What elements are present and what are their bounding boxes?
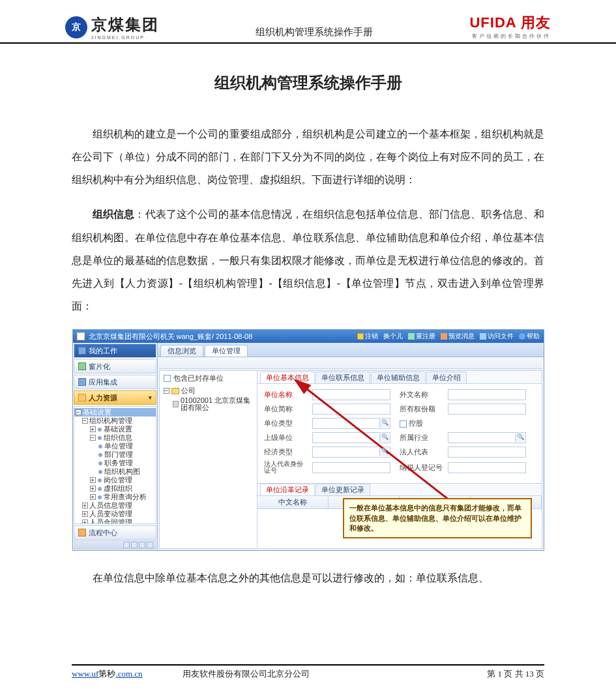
action-login[interactable]: 注销 — [357, 333, 378, 340]
strip-icon[interactable] — [131, 542, 138, 548]
minus-icon[interactable]: − — [82, 418, 88, 424]
strip-icon[interactable] — [139, 542, 145, 548]
plus-icon[interactable]: + — [90, 477, 96, 483]
nav-hr[interactable]: 人力资源▾ — [74, 390, 156, 405]
input-legal-id[interactable] — [312, 462, 390, 473]
document-title: 组织机构管理系统操作手册 — [72, 66, 544, 100]
process-icon — [78, 529, 86, 536]
footer-link-mid: 第秒 — [98, 669, 115, 679]
lbl-parent: 上级单位 — [264, 434, 303, 441]
tree-node-query[interactable]: +常用查询分析 — [74, 493, 156, 501]
tree-node-chart[interactable]: 组织机构图 — [74, 467, 156, 476]
tab-unit-mgmt[interactable]: 单位管理 — [205, 345, 248, 357]
action-refresh[interactable]: 访问文件 — [480, 333, 514, 340]
lbl-econ-type: 经济类型 — [264, 448, 303, 456]
ftab-contact[interactable]: 单位联系信息 — [315, 372, 370, 383]
input-tax-id[interactable] — [448, 462, 526, 473]
th-cn-name: 中文名称 — [257, 496, 329, 508]
subtab-history[interactable]: 单位沿革记录 — [260, 484, 315, 495]
footer-link-right[interactable]: .com.cn — [115, 669, 142, 679]
lbl-unit-name: 单位名称 — [264, 391, 303, 398]
lbl-tax-id: 纳税人登记号 — [400, 464, 439, 471]
lookup-parent[interactable] — [312, 432, 390, 443]
tree-node-pinfo[interactable]: +人员信息管理 — [74, 501, 156, 510]
subtab-update[interactable]: 单位更新记录 — [315, 484, 370, 495]
nav-window[interactable]: 窗片化 — [74, 359, 156, 374]
footer-link-left[interactable]: www.uf — [72, 669, 98, 679]
input-unit-name[interactable] — [312, 389, 390, 400]
lookup-unit-type[interactable] — [312, 418, 390, 429]
strip-icon[interactable] — [147, 542, 153, 548]
nav-tree[interactable]: −基础设置 −组织机构管理 +基础设置 −组织信息 单位管理 部门管理 职务管理… — [74, 406, 156, 524]
tab-info-browse[interactable]: 信息浏览 — [160, 345, 203, 357]
tree-node-org-mgmt[interactable]: −组织机构管理 — [74, 417, 156, 425]
action-help[interactable]: 帮助 — [519, 333, 540, 340]
help-icon — [519, 333, 525, 340]
input-short-name[interactable] — [312, 403, 390, 415]
ftab-basic[interactable]: 单位基本信息 — [260, 372, 315, 383]
minus-icon[interactable]: − — [164, 388, 169, 394]
nav-app-integration[interactable]: 应用集成 — [74, 375, 156, 389]
tree-node-base[interactable]: +基础设置 — [74, 425, 156, 433]
nav-my-work[interactable]: 我的工作 — [74, 344, 156, 358]
jingmei-medallion-icon: 京 — [65, 16, 87, 38]
plus-icon[interactable]: + — [82, 503, 88, 508]
plus-icon[interactable]: + — [82, 520, 88, 524]
ftab-intro[interactable]: 单位介绍 — [426, 372, 467, 383]
tree-node-pchange[interactable]: +人员变动管理 — [74, 510, 156, 518]
checkbox-icon[interactable] — [164, 375, 171, 382]
hr-icon — [78, 394, 86, 402]
footer-url[interactable]: www.uf第秒.com.cn — [72, 668, 183, 680]
tree-node-virtual[interactable]: +虚拟组织 — [74, 484, 156, 493]
folder-icon — [171, 388, 179, 394]
nav-panel: 我的工作 窗片化 应用集成 人力资源▾ −基础设置 −组织机构管理 +基础设置 … — [73, 343, 158, 550]
nav-icon — [78, 362, 86, 370]
nav-strip — [74, 540, 156, 550]
include-sealed-row[interactable]: 包含已封存单位 — [161, 374, 256, 386]
ufida-tagline: 客户信赖的长期合作伙伴 — [469, 33, 551, 40]
tree-node-post[interactable]: +岗位管理 — [74, 476, 156, 484]
nav-process-center[interactable]: 流程中心 — [74, 525, 156, 540]
tree-node-unit[interactable]: 单位管理 — [74, 442, 156, 450]
lookup-industry[interactable] — [448, 432, 526, 443]
bullet-icon — [98, 453, 102, 457]
bullet-icon — [98, 487, 102, 491]
tree-node-job[interactable]: 职务管理 — [74, 459, 156, 467]
paragraph-after-shot: 在单位信息中除单位基本信息之外的其他信息是可以进行修改的，如：单位联系信息、 — [0, 566, 616, 589]
titlebar-actions: 注销 换个儿 重注册 预览消息 访问文件 帮助 — [357, 333, 540, 340]
ftab-aux[interactable]: 单位辅助信息 — [371, 372, 426, 383]
lbl-legal-id: 法人代表身份证号 — [264, 461, 303, 474]
header-title: 组织机构管理系统操作手册 — [159, 26, 469, 40]
tree-node-dept[interactable]: 部门管理 — [74, 450, 156, 459]
action-change[interactable]: 换个儿 — [383, 333, 403, 340]
tree-node-org-info[interactable]: −组织信息 — [74, 433, 156, 442]
lookup-econ-type[interactable] — [312, 447, 390, 458]
tree-node-root[interactable]: −基础设置 — [74, 408, 156, 417]
document-footer: www.uf第秒.com.cn 用友软件股份有限公司北京分公司 第 1 页 共 … — [0, 664, 616, 680]
plus-icon[interactable]: + — [82, 511, 88, 517]
org-tree-child[interactable]: 01002001 北京京煤集团有限公 — [161, 396, 256, 413]
plus-icon[interactable]: + — [90, 486, 96, 491]
bullet-icon — [98, 470, 102, 474]
input-ownership[interactable] — [448, 403, 526, 415]
jingmei-logo: 京 京煤集团 JINGMEI GROUP — [65, 14, 159, 40]
minus-icon[interactable]: − — [90, 435, 96, 441]
checkbox-icon[interactable] — [400, 420, 407, 428]
plus-icon[interactable]: + — [90, 426, 96, 432]
strip-icon[interactable] — [123, 542, 130, 548]
minus-icon[interactable]: − — [76, 409, 81, 415]
org-tree-root[interactable]: −公司 — [161, 386, 256, 396]
window-title: 北京京煤集团有限公司机关 wang_账套/ 2011-08-08 — [89, 333, 253, 340]
plus-icon[interactable]: + — [90, 494, 96, 500]
window-titlebar: 北京京煤集团有限公司机关 wang_账套/ 2011-08-08 注销 换个儿 … — [73, 330, 544, 343]
document-header: 京 京煤集团 JINGMEI GROUP 组织机构管理系统操作手册 UFIDA … — [0, 13, 616, 44]
lbl-unit-type: 单位类型 — [264, 420, 303, 427]
input-foreign-name[interactable] — [448, 389, 526, 400]
tree-node-pcontract[interactable]: +人员合同管理 — [74, 518, 156, 524]
lbl-short-name: 单位简称 — [264, 405, 303, 413]
bullet-icon — [98, 495, 102, 499]
input-legal-rep[interactable] — [448, 447, 526, 458]
footer-page: 第 1 页 共 13 页 — [487, 668, 544, 680]
action-preview[interactable]: 预览消息 — [441, 333, 475, 340]
action-relogin[interactable]: 重注册 — [408, 333, 435, 340]
